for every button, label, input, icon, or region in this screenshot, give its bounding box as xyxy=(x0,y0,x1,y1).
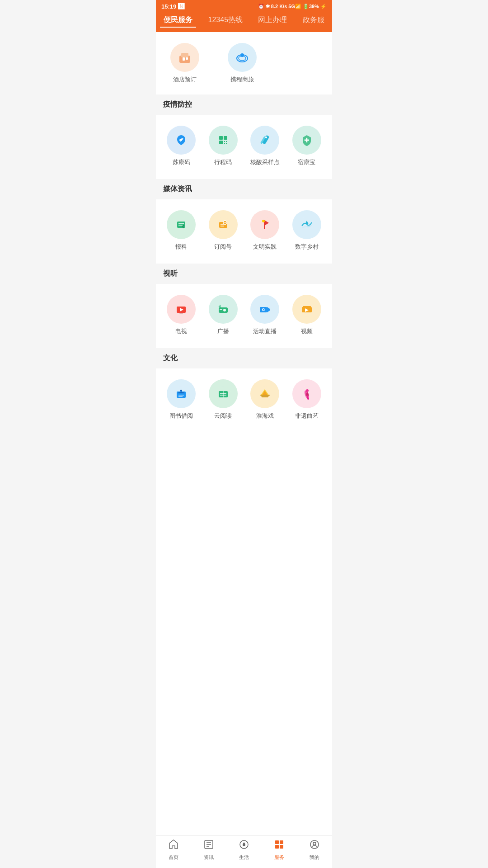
svg-point-10 xyxy=(216,132,231,148)
wenming-icon xyxy=(250,210,279,239)
svg-text:✚: ✚ xyxy=(304,137,310,144)
ctrip-icon xyxy=(228,43,257,72)
icon-xingchengma[interactable]: 行程码 xyxy=(202,122,244,172)
icon-wenming[interactable]: 文明实践 xyxy=(244,207,286,256)
section-media-header: 媒体资讯 xyxy=(156,179,332,199)
radio-label: 广播 xyxy=(217,327,229,335)
library-label: 图书借阅 xyxy=(169,412,193,420)
bottom-nav-home[interactable]: 首页 xyxy=(168,839,179,846)
xingchengma-label: 行程码 xyxy=(214,158,232,166)
cloud-read-label: 云阅读 xyxy=(214,412,232,420)
time: 15:19 xyxy=(161,3,176,10)
svg-rect-25 xyxy=(177,222,185,228)
svg-rect-2 xyxy=(183,57,185,61)
mine-icon xyxy=(309,839,320,846)
icon-tv[interactable]: 电视 xyxy=(160,291,202,341)
sukangma-label: 苏康码 xyxy=(173,158,190,166)
section-epidemic-grid: + 苏康码 行程码 xyxy=(156,115,332,179)
tv-label: 电视 xyxy=(175,327,187,335)
news-icon xyxy=(203,839,214,846)
svg-point-45 xyxy=(223,309,226,311)
huaihai-opera-label: 淮海戏 xyxy=(256,412,274,420)
cloud-read-icon xyxy=(209,379,238,408)
svg-rect-12 xyxy=(224,136,227,140)
section-culture-grid: 图书借阅 云阅读 xyxy=(156,368,332,433)
alarm-icon: ⏰ xyxy=(258,4,264,9)
icon-baoliao[interactable]: 报料 xyxy=(160,207,202,256)
svg-rect-42 xyxy=(179,313,183,314)
baoliao-label: 报料 xyxy=(175,243,187,251)
icon-hotel-booking[interactable]: 酒店预订 xyxy=(165,39,205,89)
ctrip-label: 携程商旅 xyxy=(230,75,254,84)
svg-rect-46 xyxy=(220,309,222,310)
svg-point-86 xyxy=(313,842,316,845)
bottom-nav-mine[interactable]: 我的 xyxy=(309,839,320,846)
svg-rect-47 xyxy=(220,305,221,307)
section-media-grid: 报料 + 订阅号 xyxy=(156,199,332,264)
section-audiovisual-grid: 电视 广播 xyxy=(156,284,332,348)
wenming-label: 文明实践 xyxy=(253,243,277,251)
video-label: 视频 xyxy=(301,327,313,335)
svg-rect-59 xyxy=(180,390,182,392)
icon-live-event[interactable]: 活动直播 xyxy=(244,291,286,341)
sukangbao-label: 宿康宝 xyxy=(298,158,315,166)
svg-point-73 xyxy=(306,389,309,392)
huaihai-opera-icon xyxy=(250,379,279,408)
icon-digital-village[interactable]: 数字乡村 xyxy=(286,207,328,256)
section-audiovisual-header: 视听 xyxy=(156,264,332,284)
nav-tabs: 便民服务 12345热线 网上办理 政务服 xyxy=(156,12,332,32)
icon-sukangbao[interactable]: ✚ 宿康宝 xyxy=(286,122,328,172)
speed: 8.2 K/s xyxy=(271,4,287,9)
svg-rect-16 xyxy=(224,143,225,144)
sukangma-icon: + xyxy=(167,126,196,155)
nucleic-icon xyxy=(250,126,279,155)
icon-ctrip-business[interactable]: 携程商旅 xyxy=(223,39,263,89)
radio-icon xyxy=(209,295,238,324)
main-content: 酒店预订 携程商旅 疫情防控 + xyxy=(156,32,332,846)
intangible-culture-label: 非遗曲艺 xyxy=(295,412,319,420)
icon-huaihai-opera[interactable]: 淮海戏 xyxy=(244,376,286,425)
live-event-label: 活动直播 xyxy=(253,327,277,335)
icon-video[interactable]: 视频 xyxy=(286,291,328,341)
icon-library-borrow[interactable]: 图书借阅 xyxy=(160,376,202,425)
svg-rect-81 xyxy=(275,840,279,844)
library-icon xyxy=(167,379,196,408)
sukangbao-icon: ✚ xyxy=(292,126,321,155)
tab-online-handle[interactable]: 网上办理 xyxy=(254,14,291,28)
bottom-nav-news[interactable]: 资讯 xyxy=(203,839,214,846)
svg-rect-83 xyxy=(275,845,279,846)
icon-cloud-read[interactable]: 云阅读 xyxy=(202,376,244,425)
intangible-culture-icon xyxy=(292,379,321,408)
status-left: 15:19 🅽 xyxy=(161,3,184,10)
icon-intangible-culture[interactable]: 非遗曲艺 xyxy=(286,376,328,425)
bottom-nav-services[interactable]: 服务 xyxy=(274,839,285,846)
network-signal: 5G📶 xyxy=(288,4,301,9)
dingyuehao-label: 订阅号 xyxy=(214,243,232,251)
digital-village-icon xyxy=(292,210,321,239)
life-icon xyxy=(239,839,249,846)
icon-radio[interactable]: 广播 xyxy=(202,291,244,341)
svg-point-75 xyxy=(307,398,309,400)
icon-nucleic-test[interactable]: 核酸采样点 xyxy=(244,122,286,172)
tab-bimin-fuwu[interactable]: 便民服务 xyxy=(160,14,196,28)
icon-sukangma[interactable]: + 苏康码 xyxy=(160,122,202,172)
svg-rect-1 xyxy=(181,53,188,57)
digital-village-label: 数字乡村 xyxy=(295,243,319,251)
nfc-icon: 🅽 xyxy=(178,3,184,10)
xingchengma-icon xyxy=(209,126,238,155)
home-icon xyxy=(168,839,179,846)
services-icon xyxy=(274,839,285,846)
hotel-booking-icon xyxy=(170,43,199,72)
svg-rect-76 xyxy=(205,840,213,846)
svg-point-37 xyxy=(262,220,265,222)
charging-icon: ⚡ xyxy=(320,4,327,9)
tab-gov-service[interactable]: 政务服 xyxy=(299,14,328,28)
svg-rect-11 xyxy=(219,136,223,140)
dingyuehao-icon: + xyxy=(209,210,238,239)
tab-hotline[interactable]: 12345热线 xyxy=(205,14,247,28)
bottom-nav-life[interactable]: 生活 xyxy=(239,839,249,846)
icon-dingyuehao[interactable]: + 订阅号 xyxy=(202,207,244,256)
svg-text:+: + xyxy=(224,221,226,225)
svg-rect-13 xyxy=(219,141,223,144)
nucleic-label: 核酸采样点 xyxy=(250,158,280,166)
